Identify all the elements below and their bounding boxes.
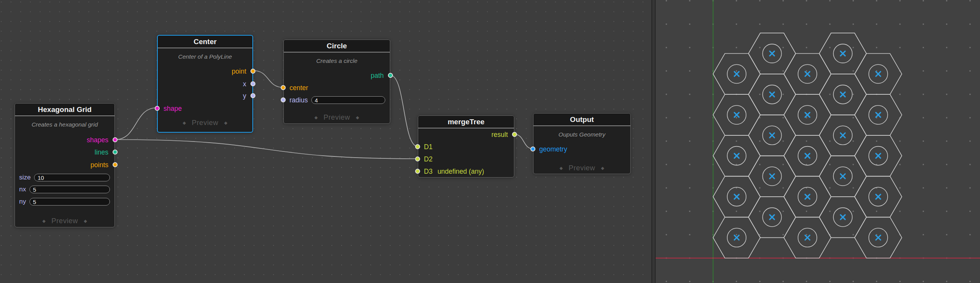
field-label-size: size — [19, 174, 31, 181]
preview-toggle-left-icon[interactable]: ◆ — [560, 166, 563, 170]
preview-row[interactable]: ◆Preview◆ — [158, 118, 252, 127]
panel-divider[interactable] — [651, 0, 656, 283]
output-port-point[interactable] — [250, 69, 255, 74]
preview-toggle-right-icon[interactable]: ◆ — [356, 115, 359, 120]
preview-toggle-right-icon[interactable]: ◆ — [84, 219, 87, 223]
node-title-hexgrid[interactable]: Hexagonal Grid — [15, 104, 115, 116]
viewport-canvas — [656, 0, 980, 283]
input-port-center[interactable] — [281, 85, 286, 90]
node-subtitle: Center of a PolyLine — [158, 52, 252, 61]
preview-toggle-left-icon[interactable]: ◆ — [183, 120, 186, 125]
input-label-D2: D2 — [424, 155, 432, 164]
input-label-geometry: geometry — [539, 145, 567, 154]
field-ny[interactable] — [29, 198, 110, 206]
node-title-mergetree[interactable]: mergeTree — [418, 116, 514, 128]
input-row-geometry: geometry — [533, 145, 630, 154]
preview-toggle-left-icon[interactable]: ◆ — [42, 219, 46, 223]
field-label-ny: ny — [19, 198, 26, 206]
output-label-points: points — [90, 160, 115, 169]
preview-row[interactable]: ◆Preview◆ — [15, 216, 115, 225]
node-subtitle: Creates a circle — [284, 56, 390, 66]
field-size[interactable] — [34, 174, 110, 181]
node-center[interactable]: CenterCenter of a PolyLinepointxyshape◆P… — [157, 35, 253, 133]
preview-label: Preview — [324, 113, 350, 121]
wire[interactable] — [115, 140, 418, 159]
node-editor-canvas[interactable]: Hexagonal GridCreates a hexagonal gridsh… — [0, 0, 651, 283]
input-row-radius: radius — [284, 95, 390, 105]
input-port-D3[interactable] — [415, 169, 420, 174]
node-circle[interactable]: CircleCreates a circlepathcenterradius◆P… — [283, 39, 390, 124]
wire[interactable] — [253, 71, 283, 87]
geometry-viewport[interactable] — [656, 0, 980, 283]
field-nx[interactable] — [29, 186, 110, 193]
input-label-D1: D1 — [424, 142, 432, 151]
input-row-D1: D1 — [418, 142, 514, 151]
node-title-output[interactable]: Output — [533, 114, 630, 126]
preview-toggle-left-icon[interactable]: ◆ — [314, 115, 318, 120]
output-port-lines[interactable] — [113, 150, 118, 155]
input-port-D1[interactable] — [415, 144, 420, 149]
preview-row[interactable]: ◆Preview◆ — [284, 113, 390, 122]
field-radius[interactable] — [311, 96, 385, 104]
input-label-radius: radius — [290, 95, 308, 105]
output-port-path[interactable] — [388, 73, 393, 78]
preview-label: Preview — [192, 118, 218, 127]
input-row-center: center — [284, 83, 390, 92]
input-row-shape: shape — [158, 104, 252, 113]
preview-label: Preview — [569, 164, 595, 172]
node-subtitle: Ouputs Geometry — [533, 130, 630, 139]
input-port-shape[interactable] — [155, 106, 160, 111]
preview-row[interactable]: ◆Preview◆ — [533, 163, 630, 173]
preview-toggle-right-icon[interactable]: ◆ — [224, 120, 227, 125]
node-subtitle: Creates a hexagonal grid — [15, 120, 115, 129]
node-hexgrid[interactable]: Hexagonal GridCreates a hexagonal gridsh… — [15, 103, 115, 227]
output-label-path: path — [371, 71, 390, 80]
output-label-shapes: shapes — [87, 135, 115, 145]
preview-label: Preview — [51, 217, 78, 225]
node-output[interactable]: OutputOuputs Geometrygeometry◆Preview◆ — [533, 113, 631, 174]
node-title-center[interactable]: Center — [158, 36, 252, 48]
input-suffix-D3: undefined (any) — [437, 167, 484, 176]
node-mergetree[interactable]: mergeTreeresultD1D2D3undefined (any) — [418, 115, 514, 178]
input-row-D3: D3undefined (any) — [418, 167, 514, 176]
input-port-geometry[interactable] — [530, 146, 535, 151]
output-port-shapes[interactable] — [113, 137, 118, 142]
input-port-D2[interactable] — [415, 156, 420, 161]
wire[interactable] — [390, 75, 418, 146]
output-port-x[interactable] — [250, 81, 255, 86]
wire[interactable] — [115, 108, 157, 140]
output-port-points[interactable] — [113, 162, 118, 167]
field-label-nx: nx — [19, 186, 26, 193]
output-label-result: result — [491, 130, 514, 139]
input-label-D3: D3 — [424, 167, 432, 176]
input-port-radius[interactable] — [281, 97, 286, 102]
output-port-result[interactable] — [512, 132, 517, 137]
input-label-shape: shape — [164, 104, 182, 113]
output-label-point: point — [232, 67, 252, 76]
input-label-center: center — [290, 83, 308, 92]
node-title-circle[interactable]: Circle — [284, 40, 390, 53]
input-row-D2: D2 — [418, 155, 514, 164]
output-label-lines: lines — [95, 148, 115, 157]
preview-toggle-right-icon[interactable]: ◆ — [601, 166, 604, 170]
wire[interactable] — [514, 134, 533, 149]
output-port-y[interactable] — [250, 93, 255, 98]
